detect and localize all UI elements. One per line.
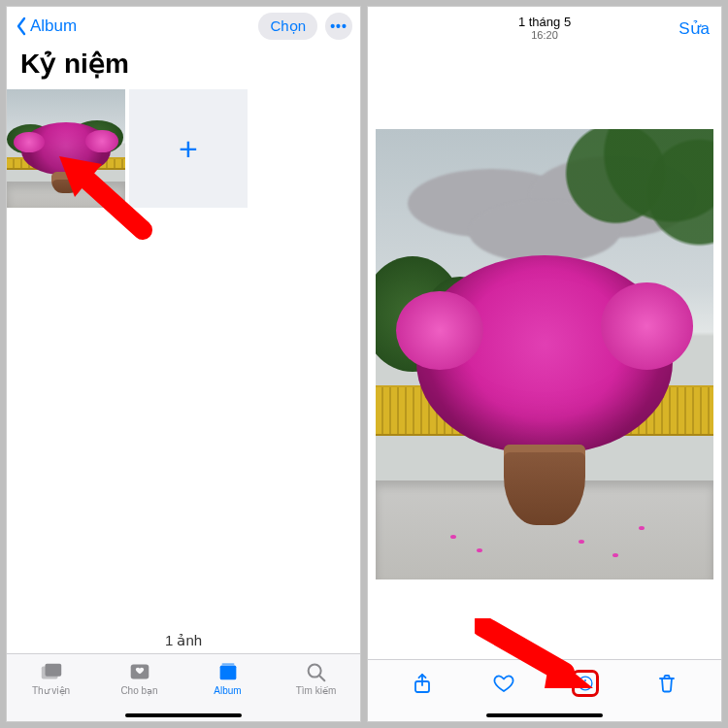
tab-albums[interactable]: Album xyxy=(183,660,272,696)
svg-rect-11 xyxy=(584,682,586,687)
tab-library[interactable]: Thư viện xyxy=(7,660,95,696)
info-button[interactable] xyxy=(572,670,599,697)
share-icon xyxy=(411,672,434,695)
photo-viewer[interactable] xyxy=(368,50,721,659)
photo-count: 1 ảnh xyxy=(7,626,360,653)
tab-foryou[interactable]: Cho bạn xyxy=(95,660,183,696)
tab-search[interactable]: Tìm kiếm xyxy=(272,660,360,696)
heart-icon xyxy=(492,672,515,695)
add-photo-tile[interactable]: + xyxy=(129,89,248,208)
photo-thumbnail[interactable] xyxy=(7,89,125,208)
info-icon xyxy=(577,672,594,695)
album-title: Kỷ niệm xyxy=(7,46,360,89)
svg-point-10 xyxy=(584,679,586,681)
photo-grid: + xyxy=(7,89,360,208)
album-screen: Album Chọn ••• Kỷ niệm + xyxy=(6,6,361,722)
tab-bar: Thư viện Cho bạn Album Tìm kiếm xyxy=(7,653,360,721)
nav-title-area: 1 tháng 5 16:20 xyxy=(368,16,721,41)
svg-line-6 xyxy=(318,676,324,681)
home-indicator[interactable] xyxy=(125,713,242,717)
bottom-toolbar xyxy=(368,659,721,721)
svg-rect-3 xyxy=(219,666,236,680)
tab-label: Tìm kiếm xyxy=(296,685,337,696)
search-icon xyxy=(304,660,329,683)
svg-rect-1 xyxy=(45,664,61,677)
photo-time: 16:20 xyxy=(368,29,721,41)
photo-detail-screen: 1 tháng 5 16:20 Sửa xyxy=(367,6,722,722)
more-button[interactable]: ••• xyxy=(325,13,352,40)
favorite-button[interactable] xyxy=(490,670,517,697)
share-button[interactable] xyxy=(409,670,436,697)
chevron-left-icon xyxy=(15,17,28,36)
tab-label: Thư viện xyxy=(32,685,70,696)
photo[interactable] xyxy=(376,129,713,579)
back-label: Album xyxy=(30,17,77,36)
trash-icon xyxy=(655,672,678,695)
home-indicator[interactable] xyxy=(486,713,603,717)
svg-rect-4 xyxy=(221,663,234,665)
tab-label: Cho bạn xyxy=(120,685,157,696)
foryou-icon xyxy=(127,660,152,683)
nav-bar: 1 tháng 5 16:20 Sửa xyxy=(368,7,721,50)
plus-icon: + xyxy=(179,130,198,168)
back-button[interactable]: Album xyxy=(15,17,77,36)
albums-icon xyxy=(215,660,241,683)
nav-bar: Album Chọn ••• xyxy=(7,7,360,46)
tab-label: Album xyxy=(214,685,241,696)
select-button[interactable]: Chọn xyxy=(258,13,317,40)
photo-date: 1 tháng 5 xyxy=(368,16,721,29)
ellipsis-icon: ••• xyxy=(330,18,347,34)
nav-actions: Chọn ••• xyxy=(258,13,352,40)
edit-button[interactable]: Sửa xyxy=(678,18,710,39)
delete-button[interactable] xyxy=(653,670,680,697)
library-icon xyxy=(39,660,64,683)
